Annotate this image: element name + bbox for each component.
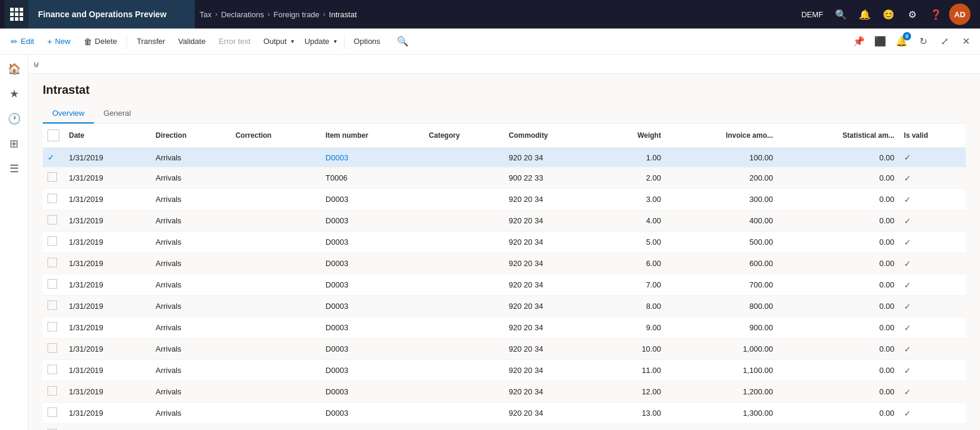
col-header-date[interactable]: Date	[64, 124, 151, 148]
breadcrumb-sep-3: ›	[323, 10, 325, 18]
row-check-1[interactable]	[43, 167, 64, 189]
row-item-number-12[interactable]: D0003	[321, 403, 424, 424]
row-check-7[interactable]	[43, 296, 64, 317]
row-invoice-amount-10: 1,100.00	[666, 360, 778, 381]
validate-button[interactable]: Validate	[172, 32, 211, 51]
breadcrumb-foreign-trade[interactable]: Foreign trade	[274, 10, 320, 19]
smiley-icon[interactable]: 😊	[878, 4, 899, 25]
edit-label: Edit	[21, 37, 34, 46]
table-row[interactable]: 1/31/2019 Arrivals D0003 920 20 34 8.00 …	[43, 296, 966, 317]
output-button[interactable]: Output ▾	[258, 32, 298, 51]
close-icon[interactable]: ✕	[956, 32, 975, 51]
intrastat-table: Date Direction Correction Item number Ca…	[43, 124, 966, 430]
page-title: Intrastat	[43, 83, 966, 97]
table-row[interactable]: ✓ 1/31/2019 Arrivals D0003 920 20 34 1.0…	[43, 148, 966, 167]
edit-button[interactable]: ✏ Edit	[5, 32, 40, 51]
table-row[interactable]: 1/31/2019 Arrivals D0003 920 20 34 14.00…	[43, 424, 966, 431]
nav-favorites-icon[interactable]: ★	[2, 82, 26, 106]
row-item-number-8[interactable]: D0003	[321, 317, 424, 339]
row-item-number-11[interactable]: D0003	[321, 381, 424, 403]
row-check-0[interactable]: ✓	[43, 148, 64, 167]
row-item-number-4[interactable]: D0003	[321, 232, 424, 253]
row-item-number-5[interactable]: D0003	[321, 253, 424, 274]
update-button[interactable]: Update ▾	[299, 32, 340, 51]
table-row[interactable]: 1/31/2019 Arrivals D0003 920 20 34 4.00 …	[43, 210, 966, 232]
table-row[interactable]: 1/31/2019 Arrivals D0003 920 20 34 9.00 …	[43, 317, 966, 339]
row-item-number-9[interactable]: D0003	[321, 339, 424, 360]
col-header-correction[interactable]: Correction	[230, 124, 321, 148]
col-header-weight[interactable]: Weight	[600, 124, 666, 148]
table-row[interactable]: 1/31/2019 Arrivals D0003 920 20 34 5.00 …	[43, 232, 966, 253]
col-header-commodity[interactable]: Commodity	[504, 124, 600, 148]
help-icon[interactable]: ❓	[925, 4, 947, 25]
app-grid-button[interactable]	[5, 0, 29, 29]
nav-home-icon[interactable]: 🏠	[2, 57, 26, 81]
table-row[interactable]: 1/31/2019 Arrivals D0003 920 20 34 10.00…	[43, 339, 966, 360]
table-search-button[interactable]: 🔍	[392, 33, 413, 49]
error-text-button[interactable]: Error text	[213, 32, 256, 51]
row-date-3: 1/31/2019	[64, 210, 151, 232]
table-row[interactable]: 1/31/2019 Arrivals D0003 920 20 34 12.00…	[43, 381, 966, 403]
delete-button[interactable]: 🗑 Delete	[78, 32, 124, 51]
new-button[interactable]: + New	[41, 32, 76, 51]
row-item-number-6[interactable]: D0003	[321, 274, 424, 296]
breadcrumb-tax[interactable]: Tax	[200, 10, 211, 19]
col-header-item-number[interactable]: Item number	[321, 124, 424, 148]
row-check-3[interactable]	[43, 210, 64, 232]
filter-icon[interactable]: ⊎	[33, 59, 39, 69]
tab-overview[interactable]: Overview	[43, 104, 94, 124]
nav-workspaces-icon[interactable]: ⊞	[2, 132, 26, 156]
user-avatar[interactable]: AD	[949, 4, 970, 25]
refresh-icon[interactable]: ↻	[913, 32, 932, 51]
row-check-13[interactable]	[43, 424, 64, 431]
row-direction-3: Arrivals	[151, 210, 230, 232]
row-item-number-10[interactable]: D0003	[321, 360, 424, 381]
table-row[interactable]: 1/31/2019 Arrivals D0003 920 20 34 7.00 …	[43, 274, 966, 296]
nav-recent-icon[interactable]: 🕐	[2, 107, 26, 131]
tab-general[interactable]: General	[94, 104, 140, 124]
col-header-invoice-amount[interactable]: Invoice amo...	[666, 124, 778, 148]
notifications-icon[interactable]: 🔔	[854, 4, 875, 25]
options-button[interactable]: Options	[348, 32, 387, 51]
popout-icon[interactable]: ⤢	[935, 32, 954, 51]
row-correction-11	[230, 381, 321, 403]
row-item-number-2[interactable]: D0003	[321, 189, 424, 210]
row-check-10[interactable]	[43, 360, 64, 381]
row-item-number-13[interactable]: D0003	[321, 424, 424, 431]
settings-icon[interactable]: ⚙	[902, 4, 923, 25]
col-header-check[interactable]	[43, 124, 64, 148]
table-row[interactable]: 1/31/2019 Arrivals D0003 920 20 34 13.00…	[43, 403, 966, 424]
col-header-is-valid[interactable]: Is valid	[899, 124, 966, 148]
row-check-4[interactable]	[43, 232, 64, 253]
nav-modules-icon[interactable]: ☰	[2, 157, 26, 181]
breadcrumb-declarations[interactable]: Declarations	[221, 10, 264, 19]
table-row[interactable]: 1/31/2019 Arrivals D0003 920 20 34 11.00…	[43, 360, 966, 381]
table-row[interactable]: 1/31/2019 Arrivals T0006 900 22 33 2.00 …	[43, 167, 966, 189]
search-icon-btn[interactable]: 🔍	[830, 4, 852, 25]
row-check-11[interactable]	[43, 381, 64, 403]
expand-panel-icon[interactable]: ⬛	[871, 32, 890, 51]
row-item-number-1[interactable]: T0006	[321, 167, 424, 189]
col-header-category[interactable]: Category	[424, 124, 504, 148]
table-row[interactable]: 1/31/2019 Arrivals D0003 920 20 34 6.00 …	[43, 253, 966, 274]
col-header-direction[interactable]: Direction	[151, 124, 230, 148]
row-check-12[interactable]	[43, 403, 64, 424]
row-category-9	[424, 339, 504, 360]
transfer-button[interactable]: Transfer	[131, 32, 171, 51]
row-check-2[interactable]	[43, 189, 64, 210]
row-weight-4: 5.00	[600, 232, 666, 253]
row-item-number-7[interactable]: D0003	[321, 296, 424, 317]
col-header-statistical-amount[interactable]: Statistical am...	[777, 124, 899, 148]
row-check-8[interactable]	[43, 317, 64, 339]
row-statistical-amount-6: 0.00	[777, 274, 899, 296]
pin-icon[interactable]: 📌	[849, 32, 868, 51]
row-check-6[interactable]	[43, 274, 64, 296]
row-weight-9: 10.00	[600, 339, 666, 360]
table-row[interactable]: 1/31/2019 Arrivals D0003 920 20 34 3.00 …	[43, 189, 966, 210]
row-item-number-3[interactable]: D0003	[321, 210, 424, 232]
row-check-9[interactable]	[43, 339, 64, 360]
row-item-number-0[interactable]: D0003	[321, 148, 424, 167]
row-check-5[interactable]	[43, 253, 64, 274]
row-weight-13: 14.00	[600, 424, 666, 431]
notification-count-icon[interactable]: 🔔 0	[892, 32, 911, 51]
